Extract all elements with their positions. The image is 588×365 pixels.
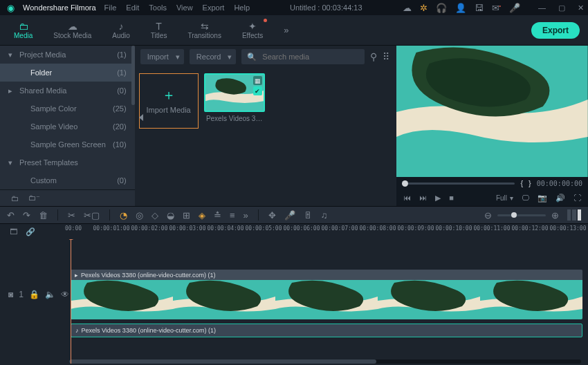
export-button[interactable]: Export	[531, 22, 580, 39]
color-icon[interactable]: ◎	[136, 210, 143, 221]
zoom-slider[interactable]	[497, 214, 546, 216]
media-item[interactable]: ▦ ✔ Pexels Videos 3…	[204, 73, 265, 129]
sidebar-item-shared-media[interactable]: ▸Shared Media(0)	[0, 82, 135, 100]
sidebar-item-sample-video[interactable]: Sample Video(20)	[0, 118, 135, 135]
menu-edit[interactable]: Edit	[126, 3, 139, 12]
tab-transitions[interactable]: ⇆Transitions	[183, 20, 226, 41]
save-icon[interactable]: 🖫	[475, 3, 484, 13]
snapshot-icon[interactable]: 📷	[538, 194, 547, 203]
zoom-out-icon[interactable]: ⊖	[484, 210, 492, 221]
hide-track-icon[interactable]: 👁	[61, 290, 69, 299]
menu-view[interactable]: View	[176, 3, 193, 12]
tracks-area[interactable]: ▸ Pexels Videos 3380 (online-video-cutte…	[69, 239, 588, 364]
delete-icon[interactable]: 🗑	[39, 210, 48, 221]
track-header-video[interactable]: ◙ 1 🔒 🔈 👁	[0, 270, 69, 319]
clip-thumbnails	[71, 280, 582, 319]
sidebar-item-folder[interactable]: Folder(1)	[0, 64, 135, 82]
zoom-in-icon[interactable]: ⊕	[551, 210, 559, 221]
record-dropdown[interactable]: Record▾	[190, 49, 236, 64]
fullscreen-icon[interactable]: ⛶	[573, 194, 581, 202]
crop-icon[interactable]: ✂▢	[84, 210, 100, 221]
tab-audio[interactable]: ♪Audio	[108, 20, 134, 41]
scrubber-track[interactable]	[402, 182, 515, 185]
import-dropdown[interactable]: Import▾	[140, 49, 184, 64]
music-icon[interactable]: ♫	[321, 210, 328, 221]
playhead-knob[interactable]	[69, 239, 76, 240]
tab-effects[interactable]: ✦Effects	[238, 20, 267, 41]
scrubber-playhead[interactable]	[402, 180, 408, 187]
expand-left-icon[interactable]	[139, 114, 143, 121]
sidebar-item-project-media[interactable]: ▾Project Media(1)	[0, 46, 135, 64]
mark-in-button[interactable]: {	[520, 179, 523, 187]
account-icon[interactable]: 👤	[455, 3, 466, 13]
menu-help[interactable]: Help	[234, 3, 250, 12]
menu-file[interactable]: File	[104, 3, 117, 12]
link-icon[interactable]: 🔗	[26, 227, 35, 236]
sidebar-scrollbar[interactable]	[131, 46, 135, 105]
step-forward-icon[interactable]: ⏭	[419, 194, 427, 202]
undo-icon[interactable]: ↶	[7, 210, 15, 221]
minimize-button[interactable]: —	[538, 3, 546, 12]
titlebar-icons: ☁ ✲ 🎧 👤 🖫 ✉• 🎤	[403, 3, 520, 13]
record-voice-icon[interactable]: 🎤	[284, 210, 295, 221]
sidebar-item-preset-templates[interactable]: ▾Preset Templates	[0, 153, 135, 171]
close-button[interactable]: ✕	[578, 3, 584, 12]
sidebar-item-custom[interactable]: Custom(0)	[0, 171, 135, 189]
search-input[interactable]	[261, 52, 359, 62]
tab-stock-media[interactable]: ☁Stock Media	[49, 20, 95, 41]
notifications-icon[interactable]: ✉•	[492, 3, 501, 13]
text-tool-icon[interactable]: ⊞	[183, 210, 190, 221]
timeline-playhead[interactable]	[71, 239, 71, 364]
timeline-scrollbar[interactable]	[69, 359, 581, 364]
keyframe-icon[interactable]: ◒	[167, 210, 174, 221]
step-back-icon[interactable]: ⏮	[403, 194, 411, 202]
volume-icon[interactable]: 🔊	[555, 194, 565, 203]
adjust-icon[interactable]: ≛	[214, 210, 221, 221]
search-box[interactable]: 🔍	[241, 49, 365, 64]
audio-tool-icon[interactable]: ≡	[230, 210, 235, 221]
tab-media[interactable]: 🗀Media	[10, 20, 37, 41]
redo-icon[interactable]: ↷	[23, 210, 30, 221]
transitions-icon: ⇆	[201, 21, 209, 31]
grid-view-icon[interactable]: ⠿	[383, 51, 389, 62]
stop-icon[interactable]: ■	[449, 194, 454, 202]
pointer-tool-icon[interactable]: ✥	[268, 210, 276, 221]
speed-icon[interactable]: ◔	[120, 210, 127, 221]
more-tabs-button[interactable]: »	[284, 25, 288, 35]
video-track-icon: ◙	[8, 290, 13, 299]
mixer-icon[interactable]: 🎚	[304, 210, 313, 221]
mute-track-icon[interactable]: 🔈	[45, 290, 55, 299]
sidebar-item-sample-green-screen[interactable]: Sample Green Screen(10)	[0, 135, 135, 153]
play-icon[interactable]: ▶	[435, 194, 441, 203]
timeline-options-icon[interactable]: 🗔	[10, 227, 17, 236]
display-settings-icon[interactable]: 🖵	[522, 194, 529, 202]
menu-tools[interactable]: Tools	[149, 3, 167, 12]
preview-canvas[interactable]	[396, 46, 588, 177]
filter-icon[interactable]: ⚲	[370, 51, 377, 62]
microphone-icon[interactable]: 🎤	[509, 3, 520, 13]
settings-gear-icon[interactable]: ✲	[420, 3, 428, 13]
menu-export[interactable]: Export	[203, 3, 225, 12]
delete-icon[interactable]: 🗀⁻	[28, 194, 40, 203]
motion-icon[interactable]: ◇	[151, 210, 158, 221]
cut-icon[interactable]: ✂	[68, 210, 75, 221]
timeline-ruler[interactable]: 00:0000:00:01:0000:00:02:0000:00:03:0000…	[69, 224, 588, 239]
headphones-icon[interactable]: 🎧	[436, 3, 447, 13]
marker-icon[interactable]: ◈	[199, 210, 205, 221]
quality-dropdown[interactable]: Full ▾	[496, 194, 513, 202]
tab-titles[interactable]: TTitles	[147, 20, 172, 41]
audio-track-clip[interactable]: ♪ Pexels Videos 3380 (online-video-cutte…	[71, 324, 582, 337]
scrollbar-thumb[interactable]	[69, 359, 376, 364]
media-thumbnail[interactable]: ▦ ✔	[204, 73, 265, 112]
mark-out-button[interactable]: }	[529, 179, 531, 187]
import-media-card[interactable]: ＋ Import Media	[139, 73, 199, 129]
lock-track-icon[interactable]: 🔒	[29, 290, 39, 299]
more-tools-icon[interactable]: »	[244, 210, 248, 221]
cloud-icon[interactable]: ☁	[403, 3, 412, 13]
sidebar-item-sample-color[interactable]: Sample Color(25)	[0, 100, 135, 118]
video-track-clip[interactable]: ▸ Pexels Videos 3380 (online-video-cutte…	[71, 270, 582, 319]
new-folder-icon[interactable]: 🗀	[11, 194, 19, 203]
track-layout-toggle[interactable]	[567, 209, 581, 221]
zoom-handle[interactable]	[511, 212, 517, 218]
maximize-button[interactable]: ▢	[558, 3, 565, 12]
